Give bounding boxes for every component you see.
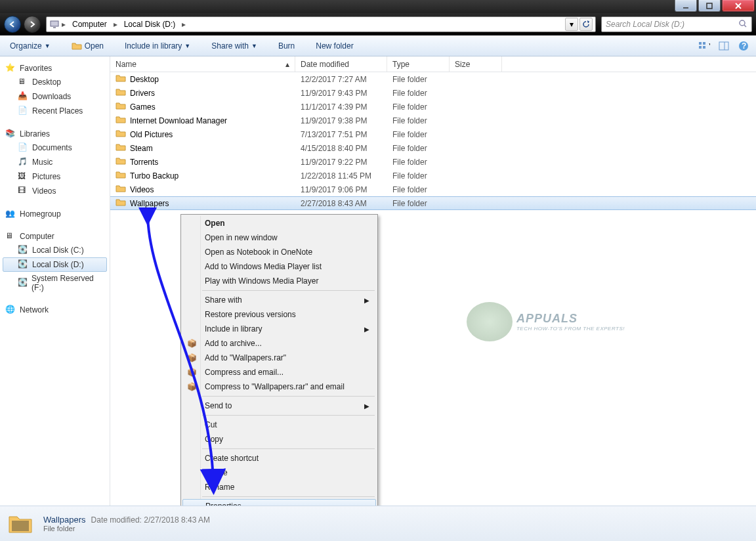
folder-large-icon — [7, 510, 34, 538]
svg-rect-9 — [703, 42, 705, 45]
winrar-icon: 📦 — [186, 353, 197, 363]
row-date: 11/9/2017 9:22 PM — [295, 158, 387, 167]
ctx-create-shortcut[interactable]: Create shortcut — [182, 451, 376, 465]
row-date: 11/9/2017 9:38 PM — [295, 116, 387, 125]
col-date[interactable]: Date modified — [295, 56, 387, 72]
table-row[interactable]: Turbo Backup 1/22/2018 11:45 PM File fol… — [110, 169, 756, 183]
burn-button[interactable]: Burn — [274, 39, 299, 53]
forward-button[interactable] — [24, 16, 41, 33]
chevron-right-icon[interactable]: ▸ — [180, 20, 188, 29]
ctx-delete[interactable]: Delete — [182, 465, 376, 480]
ctx-copy[interactable]: Copy — [182, 432, 376, 446]
row-type: File folder — [387, 171, 450, 181]
sidebar-libraries-head[interactable]: 📚Libraries — [3, 127, 107, 141]
sidebar-favorites-head[interactable]: ⭐Favorites — [3, 62, 107, 75]
table-row[interactable]: Old Pictures 7/13/2017 7:51 PM File fold… — [110, 127, 756, 141]
ctx-compress-email[interactable]: 📦Compress and email... — [182, 365, 376, 379]
col-name[interactable]: Name▴ — [110, 56, 295, 72]
row-date: 11/9/2017 9:06 PM — [295, 185, 387, 194]
ctx-rename[interactable]: Rename — [182, 480, 376, 494]
table-row[interactable]: Games 11/1/2017 4:39 PM File folder — [110, 100, 756, 114]
table-row[interactable]: Videos 11/9/2017 9:06 PM File folder — [110, 183, 756, 196]
maximize-button[interactable] — [698, 0, 721, 12]
crumb-computer[interactable]: Computer — [68, 17, 112, 32]
sidebar-item-music[interactable]: 🎵Music — [3, 155, 107, 169]
folder-icon — [116, 169, 126, 182]
svg-rect-13 — [719, 42, 728, 50]
drive-icon: 💽 — [18, 259, 28, 270]
folder-icon — [116, 114, 126, 127]
ctx-compress-rar-email[interactable]: 📦Compress to "Wallpapers.rar" and email — [182, 379, 376, 394]
breadcrumb-dropdown[interactable]: ▾ — [565, 18, 578, 31]
search-icon — [738, 19, 747, 30]
mascot-icon — [467, 302, 513, 341]
sidebar-item-disk-c[interactable]: 💽Local Disk (C:) — [3, 243, 107, 257]
chevron-right-icon[interactable]: ▸ — [112, 20, 119, 29]
col-type[interactable]: Type — [387, 56, 450, 72]
svg-rect-5 — [53, 27, 56, 28]
sidebar-computer-head[interactable]: 🖥Computer — [3, 230, 107, 243]
close-button[interactable] — [722, 0, 755, 12]
ctx-cut[interactable]: Cut — [182, 418, 376, 432]
ctx-add-archive[interactable]: 📦Add to archive... — [182, 336, 376, 351]
row-date: 7/13/2017 7:51 PM — [295, 130, 387, 139]
sidebar-item-pictures[interactable]: 🖼Pictures — [3, 169, 107, 184]
search-input[interactable]: Search Local Disk (D:) — [601, 16, 752, 32]
crumb-localdisk[interactable]: Local Disk (D:) — [119, 17, 180, 32]
search-placeholder: Search Local Disk (D:) — [606, 20, 684, 29]
ctx-play-wmp[interactable]: Play with Windows Media Player — [182, 274, 376, 288]
row-name: Games — [130, 102, 156, 112]
open-button[interactable]: Open — [67, 38, 108, 54]
sidebar-homegroup-head[interactable]: 👥Homegroup — [3, 207, 107, 221]
include-library-menu[interactable]: Include in library▼ — [120, 39, 195, 53]
ctx-send-to[interactable]: Send to▶ — [182, 399, 376, 413]
sidebar-item-disk-f[interactable]: 💽System Reserved (F:) — [3, 272, 107, 294]
col-size[interactable]: Size — [450, 56, 502, 72]
sidebar-item-disk-d[interactable]: 💽Local Disk (D:) — [3, 257, 107, 272]
organize-menu[interactable]: Organize▼ — [5, 39, 55, 53]
table-row[interactable]: Desktop 12/2/2017 7:27 AM File folder — [110, 72, 756, 86]
table-row[interactable]: Drivers 11/9/2017 9:43 PM File folder — [110, 86, 756, 100]
ctx-open-new-window[interactable]: Open in new window — [182, 230, 376, 245]
sidebar-item-desktop[interactable]: 🖥Desktop — [3, 75, 107, 89]
folder-icon — [116, 73, 126, 85]
open-folder-icon — [72, 41, 82, 51]
table-row[interactable]: Steam 4/15/2018 8:40 PM File folder — [110, 141, 756, 155]
ctx-restore-versions[interactable]: Restore previous versions — [182, 307, 376, 322]
row-name: Drivers — [130, 89, 155, 98]
refresh-button[interactable] — [579, 18, 593, 31]
share-with-menu[interactable]: Share with▼ — [207, 39, 262, 53]
sidebar-item-downloads[interactable]: 📥Downloads — [3, 89, 107, 104]
ctx-add-rar[interactable]: 📦Add to "Wallpapers.rar" — [182, 351, 376, 365]
window-titlebar — [0, 0, 756, 13]
ctx-open[interactable]: Open — [182, 216, 376, 230]
sidebar-item-videos[interactable]: 🎞Videos — [3, 184, 107, 198]
new-folder-button[interactable]: New folder — [311, 39, 358, 53]
view-menu[interactable]: ▼ — [697, 39, 711, 53]
help-button[interactable]: ? — [736, 39, 751, 53]
ctx-share-with[interactable]: Share with▶ — [182, 293, 376, 307]
preview-pane-button[interactable] — [717, 39, 731, 53]
chevron-right-icon[interactable]: ▸ — [60, 20, 68, 29]
sidebar-item-recent[interactable]: 📄Recent Places — [3, 104, 107, 118]
sidebar-item-documents[interactable]: 📄Documents — [3, 141, 107, 155]
table-row[interactable]: Internet Download Manager 11/9/2017 9:38… — [110, 114, 756, 127]
ctx-include-library[interactable]: Include in library▶ — [182, 322, 376, 336]
svg-text:?: ? — [742, 41, 746, 51]
svg-point-6 — [740, 20, 745, 26]
row-name: Old Pictures — [130, 130, 173, 139]
videos-icon: 🎞 — [18, 186, 28, 196]
ctx-open-onenote[interactable]: Open as Notebook in OneNote — [182, 245, 376, 259]
winrar-icon: 📦 — [186, 367, 197, 378]
breadcrumb[interactable]: ▸ Computer ▸ Local Disk (D:) ▸ ▾ — [46, 16, 596, 32]
computer-icon: 🖥 — [5, 231, 16, 242]
details-mod-value: 2/27/2018 8:43 AM — [144, 515, 210, 525]
back-button[interactable] — [4, 16, 21, 33]
ctx-add-wmp[interactable]: Add to Windows Media Player list — [182, 259, 376, 274]
svg-rect-10 — [699, 46, 702, 49]
row-type: File folder — [387, 75, 450, 84]
table-row[interactable]: Torrents 11/9/2017 9:22 PM File folder — [110, 155, 756, 169]
minimize-button[interactable] — [675, 0, 697, 12]
sidebar-network-head[interactable]: 🌐Network — [3, 303, 107, 316]
table-row[interactable]: Wallpapers 2/27/2018 8:43 AM File folder — [110, 196, 756, 210]
